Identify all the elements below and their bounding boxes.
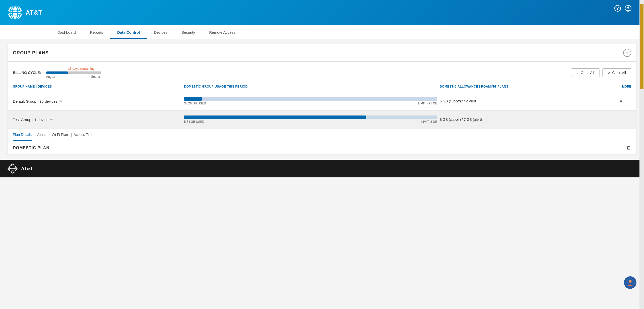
default-group-allowance: 5 GB (cut-off) / No alert [440,99,609,103]
scrollbar[interactable] [639,0,644,177]
open-all-label: Open All [581,71,594,75]
test-usage-limit: LIMIT: 8 GB [421,120,437,124]
expand-default-group-button[interactable]: ∨ [619,98,623,104]
footer-brand-name: AT&T [21,166,33,171]
test-group-usage: 5.74 GB USED LIMIT: 8 GB [184,115,437,124]
app-footer: AT&T [0,160,644,177]
plan-tabs: Plan Details | Alerts | Wi-Fi Plan | Acc… [8,129,636,141]
edit-test-group-icon[interactable]: ✏ [50,118,53,122]
logo-area: AT&T [8,5,42,20]
nav-reports[interactable]: Reports [83,27,110,39]
default-usage-info: 35.26 GB USED LIMIT: 475 GB [184,102,437,105]
billing-progress-fill [46,71,68,74]
main-content: GROUP PLANS + BILLING CYCLE: 18 days rem… [0,39,644,160]
col-group-name: GROUP NAME | DEVICES [13,85,182,88]
close-all-label: Close All [612,71,626,75]
default-usage-bar-track [184,97,437,101]
add-group-button[interactable]: + [623,49,631,57]
brand-name: AT&T [26,9,42,16]
billing-dates: Aug 1st Sep 1st [46,75,101,79]
groups-table: GROUP NAME | DEVICES DOMESTIC GROUP USAG… [8,81,636,129]
user-menu-button[interactable] [625,5,631,13]
billing-start-date: Aug 1st [46,75,56,79]
nav-security[interactable]: Security [174,27,202,39]
att-logo-icon [8,5,23,20]
default-usage-bar-fill [184,97,202,101]
table-header: GROUP NAME | DEVICES DOMESTIC GROUP USAG… [8,81,636,92]
test-usage-info: 5.74 GB USED LIMIT: 8 GB [184,120,437,124]
header-icons: ? [614,5,631,13]
tab-access-times[interactable]: Access Times [74,129,95,141]
close-icon: ✕ [608,71,611,75]
test-group-name: Test Group | 1 device ✏ [13,118,182,122]
close-all-button[interactable]: ✕ Close All [602,68,631,77]
svg-text:?: ? [616,6,619,11]
nav-devices[interactable]: Devices [147,27,174,39]
billing-actions: ✓ Open All ✕ Close All [571,68,631,77]
days-remaining-text: 18 days remaining [68,67,95,70]
nav-remote-access[interactable]: Remote Access [202,27,242,39]
test-usage-bar-track [184,115,437,119]
billing-end-date: Sep 1st [91,75,101,79]
section-title: GROUP PLANS [13,50,49,56]
nav-data-control[interactable]: Data Control [110,27,147,39]
table-row: Default Group | 95 devices ✏ 35.26 GB US… [8,92,636,110]
domestic-plan-title: DOMESTIC PLAN [13,146,49,150]
svg-point-8 [627,7,629,9]
plan-details-section: Plan Details | Alerts | Wi-Fi Plan | Acc… [8,129,636,155]
open-all-button[interactable]: ✓ Open All [571,68,599,77]
scrollbar-thumb[interactable] [640,4,643,89]
collapse-test-group-button[interactable]: ↑ [620,117,622,122]
help-button[interactable]: ? [614,5,621,13]
col-more: MORE [611,85,631,88]
nav-dashboard[interactable]: Dashboard [50,27,83,39]
tab-alerts[interactable]: Alerts [37,129,46,141]
billing-progress-track [46,71,101,74]
section-header: GROUP PLANS + [8,44,636,62]
col-allowance: DOMESTIC ALLOWANCE | ROAMING PLANS [440,85,609,88]
default-group-name: Default Group | 95 devices ✏ [13,99,182,103]
billing-area: BILLING CYCLE: 18 days remaining Aug 1st… [8,62,636,81]
tab-plan-details[interactable]: Plan Details [13,129,32,141]
test-usage-bar-fill [184,115,367,119]
edit-default-group-icon[interactable]: ✏ [59,99,62,103]
plan-details-header: DOMESTIC PLAN 🗑 [8,141,636,154]
billing-progress: 18 days remaining Aug 1st Sep 1st [46,67,101,79]
main-nav: Dashboard Reports Data Control Devices S… [0,25,644,39]
checkmark-icon: ✓ [576,71,579,75]
billing-label: BILLING CYCLE: [13,71,41,75]
test-usage-gb: 5.74 GB USED [184,120,205,124]
app-header: AT&T ? [0,0,644,25]
delete-plan-button[interactable]: 🗑 [627,145,631,150]
table-row: Test Group | 1 device ✏ 5.74 GB USED LIM… [8,110,636,129]
default-usage-gb: 35.26 GB USED [184,102,206,105]
footer-att-logo-icon [8,164,18,174]
billing-left: BILLING CYCLE: 18 days remaining Aug 1st… [13,67,101,79]
tab-wifi-plan[interactable]: Wi-Fi Plan [52,129,68,141]
default-usage-limit: LIMIT: 475 GB [418,102,437,105]
col-usage: DOMESTIC GROUP USAGE THIS PERIOD [184,85,437,88]
default-group-usage: 35.26 GB USED LIMIT: 475 GB [184,97,437,105]
test-group-allowance: 8 GB (cut-off) / 7 GB (alert) [440,118,609,122]
